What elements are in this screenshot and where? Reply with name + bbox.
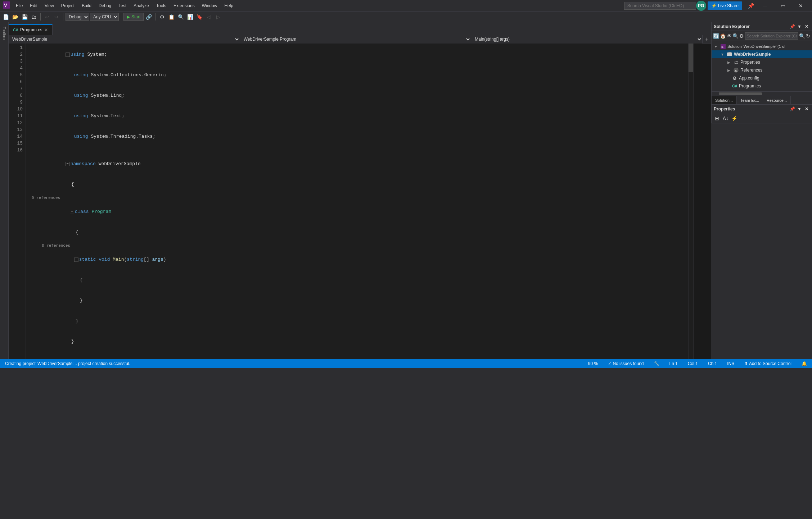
tree-item-programcs[interactable]: C# Program.cs [712,82,812,90]
collapse-11[interactable]: − [74,258,78,262]
redo-btn[interactable]: ↪ [52,13,61,21]
expand-properties[interactable]: ▶ [726,59,732,65]
config-icon: ⚙ [732,75,737,81]
expand-references[interactable]: ▶ [726,67,732,73]
se-refresh-btn[interactable]: 🔄 [713,32,719,40]
se-show-all-btn[interactable]: 👁 [727,32,732,40]
code-content[interactable]: −using System; using System.Collections.… [26,44,688,359]
collapse-9[interactable]: − [70,210,74,214]
props-title: Properties [714,106,735,111]
add-source-control[interactable]: ⬆ Add to Source Control [742,361,794,366]
se-pin-btn[interactable]: 📌 [789,23,795,30]
save-btn[interactable]: 💾 [20,13,29,21]
open-btn[interactable]: 📂 [11,13,19,21]
check-icon: ✓ [608,361,612,366]
toolbar-btn-6[interactable]: ◁ [204,13,213,21]
menu-tools[interactable]: Tools [153,2,170,10]
ch-indicator[interactable]: Ch 1 [706,361,719,366]
menu-project[interactable]: Project [58,2,78,10]
tab-resources[interactable]: Resource... [763,96,791,104]
se-refresh2-btn[interactable]: ↻ [806,32,811,40]
nav-member-dropdown[interactable]: Main(string[] args) [471,35,703,44]
menu-window[interactable]: Window [198,2,221,10]
live-share-button[interactable]: ⚡ Live Share [708,1,742,10]
ln-indicator[interactable]: Ln 1 [667,361,680,366]
tree-item-project[interactable]: ▼ WebDriverSample [712,50,812,58]
menu-test[interactable]: Test [115,2,130,10]
toolbar-btn-3[interactable]: 🔍 [176,13,185,21]
title-search-input[interactable] [624,2,696,10]
toolbox-label[interactable]: Toolbox [2,27,6,40]
tab-solution[interactable]: Solution... [712,96,737,104]
toolbar-btn-1[interactable]: ⚙ [158,13,166,21]
se-dropdown-btn[interactable]: ▼ [796,23,803,30]
menu-build[interactable]: Build [78,2,95,10]
code-editor: 1 2 3 4 5 6 7 8 9 10 11 12 13 14 15 16 [9,44,711,359]
close-button[interactable]: ✕ [793,0,809,12]
solution-explorer: Solution Explorer 📌 ▼ ✕ 🔄 🏠 👁 🔍 ⚙ 🔍 ↻ [711,22,812,104]
menu-debug[interactable]: Debug [95,2,115,10]
tab-team-explorer[interactable]: Team Ex... [737,96,763,104]
tab-filename: Program.cs [20,27,42,32]
save-all-btn[interactable]: 🗂 [30,13,38,21]
toolbar-btn-7[interactable]: ▷ [214,13,222,21]
expand-solution[interactable]: ▼ [713,44,719,49]
line-num-15: 15 [12,140,23,147]
toolbar-btn-2[interactable]: 📋 [167,13,176,21]
undo-btn[interactable]: ↩ [43,13,51,21]
zoom-level[interactable]: 90 % [586,361,600,366]
program-cs-tab[interactable]: C# Program.cs ✕ [9,24,53,35]
nav-class-dropdown[interactable]: WebDriverSample.Program [240,35,472,44]
collapse-7[interactable]: − [66,162,70,166]
menu-file[interactable]: File [12,2,26,10]
start-label: Start [131,14,140,19]
menu-help[interactable]: Help [221,2,237,10]
profile-avatar[interactable]: PG [696,1,706,11]
collapse-1[interactable]: − [66,53,70,57]
se-search-icon-btn[interactable]: 🔍 [799,32,805,40]
platform-dropdown[interactable]: Any CPU [90,13,119,21]
se-search-input[interactable] [745,32,798,40]
tab-close-btn[interactable]: ✕ [44,27,48,32]
props-close-btn[interactable]: ✕ [803,106,810,112]
tree-item-properties[interactable]: ▶ 🗂 Properties [712,58,812,66]
start-icon: ▶ [127,14,130,19]
props-categorized-btn[interactable]: ⊞ [713,114,721,122]
col-indicator[interactable]: Col 1 [686,361,700,366]
se-home-btn[interactable]: 🏠 [720,32,726,40]
se-close-btn[interactable]: ✕ [803,23,810,30]
menu-view[interactable]: View [41,2,58,10]
props-alphabetical-btn[interactable]: A↓ [722,114,730,122]
ins-indicator[interactable]: INS [725,361,736,366]
nav-project-dropdown[interactable]: WebDriverSample [9,35,240,44]
se-settings-btn[interactable]: ⚙ [739,32,744,40]
props-events-btn[interactable]: ⚡ [730,114,738,122]
toolbar-btn-4[interactable]: 📊 [186,13,194,21]
minimize-button[interactable]: ─ [757,0,773,12]
expand-project[interactable]: ▼ [719,51,725,57]
tree-item-solution[interactable]: ▼ S Solution 'WebDriverSample' (1 of [712,42,812,50]
maximize-button[interactable]: ▭ [775,0,791,12]
attach-btn[interactable]: 🔗 [144,13,153,21]
tree-item-appconfig[interactable]: ⚙ App.config [712,74,812,82]
se-filter-btn[interactable]: 🔍 [732,32,739,40]
tree-item-references[interactable]: ▶ & References [712,66,812,74]
props-dropdown-btn[interactable]: ▼ [796,106,803,112]
menu-analyze[interactable]: Analyze [130,2,153,10]
editor-scrollbar[interactable] [688,44,693,359]
start-button[interactable]: ▶ Start [123,13,144,21]
line-num-7: 7 [12,85,23,92]
errors-status[interactable]: 🔧 [652,361,662,366]
pin-button[interactable]: 📌 [746,1,755,10]
notification-icon[interactable]: 🔔 [799,361,809,366]
nav-add-button[interactable]: + [703,35,711,44]
new-project-btn[interactable]: 📄 [1,13,10,21]
toolbar-btn-5[interactable]: 🔖 [195,13,204,21]
menu-extensions[interactable]: Extensions [170,2,198,10]
debug-config-dropdown[interactable]: Debug [66,13,89,21]
line-num-14: 14 [12,133,23,140]
menu-edit[interactable]: Edit [26,2,41,10]
se-hscroll[interactable] [712,91,812,96]
props-pin-btn[interactable]: 📌 [789,106,795,112]
props-header-right: 📌 ▼ ✕ [789,106,810,112]
